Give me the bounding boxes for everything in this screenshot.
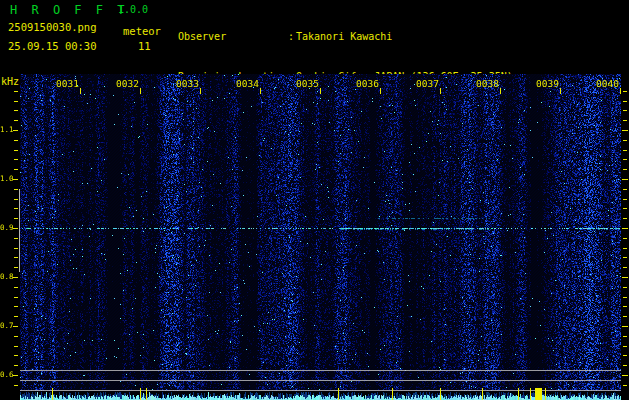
freq-tick-minor xyxy=(623,140,627,141)
freq-tick-label: 0.6 xyxy=(0,371,13,379)
capture-mode: meteor xyxy=(123,25,161,37)
freq-tick-label: 1.1 xyxy=(0,126,13,134)
metadata-row: Observer:Takanori Kawachi xyxy=(178,30,513,43)
freq-tick-minor xyxy=(623,159,627,160)
freq-tick-label: 0.9 xyxy=(0,224,13,232)
freq-tick-minor xyxy=(623,248,627,249)
freq-tick-major xyxy=(622,228,628,229)
freq-tick-minor xyxy=(14,110,18,111)
spectrogram-canvas xyxy=(20,74,621,391)
freq-tick-minor xyxy=(623,218,627,219)
freq-tick-major xyxy=(13,130,18,131)
freq-tick-minor xyxy=(623,297,627,298)
freq-tick-minor xyxy=(623,346,627,347)
freq-tick-minor xyxy=(623,120,627,121)
freq-tick-minor xyxy=(14,189,18,190)
freq-tick-minor xyxy=(623,355,627,356)
echo-count: 11 xyxy=(138,40,151,52)
freq-tick-minor xyxy=(623,208,627,209)
freq-tick-major xyxy=(622,326,628,327)
freq-tick-major xyxy=(622,375,628,376)
freq-tick-label: 0.7 xyxy=(0,322,13,330)
freq-tick-minor xyxy=(14,169,18,170)
freq-tick-minor xyxy=(623,169,627,170)
freq-tick-major xyxy=(13,228,18,229)
freq-tick-minor xyxy=(623,257,627,258)
freq-tick-minor xyxy=(14,248,18,249)
freq-tick-minor xyxy=(14,238,18,239)
freq-tick-minor xyxy=(14,355,18,356)
hrofft-output-window: H R O F F T 1.0.0 2509150030.png meteor … xyxy=(0,0,629,400)
freq-tick-minor xyxy=(623,91,627,92)
freq-tick-minor xyxy=(623,385,627,386)
freq-tick-minor xyxy=(623,110,627,111)
freq-tick-minor xyxy=(14,257,18,258)
freq-tick-major xyxy=(622,179,628,180)
level-strip-canvas xyxy=(20,391,621,400)
freq-tick-minor xyxy=(623,365,627,366)
freq-tick-major xyxy=(13,326,18,327)
freq-tick-minor xyxy=(14,140,18,141)
freq-tick-minor xyxy=(623,306,627,307)
freq-tick-major xyxy=(13,277,18,278)
freq-tick-minor xyxy=(14,346,18,347)
freq-tick-minor xyxy=(14,91,18,92)
freq-tick-minor xyxy=(623,189,627,190)
freq-tick-minor xyxy=(14,159,18,160)
app-title: H R O F F T xyxy=(10,3,128,17)
freq-tick-label: 1.0 xyxy=(0,175,13,183)
freq-tick-minor xyxy=(14,199,18,200)
freq-tick-minor xyxy=(14,208,18,209)
freq-tick-minor xyxy=(14,150,18,151)
freq-tick-minor xyxy=(623,238,627,239)
freq-tick-major xyxy=(622,277,628,278)
freq-tick-minor xyxy=(623,150,627,151)
freq-tick-minor xyxy=(623,101,627,102)
freq-tick-major xyxy=(13,179,18,180)
freq-axis-unit-label: kHz xyxy=(1,76,19,87)
freq-tick-label: 0.8 xyxy=(0,273,13,281)
app-version: 1.0.0 xyxy=(118,4,148,15)
metadata-label: Observer xyxy=(178,30,288,43)
capture-filename: 2509150030.png xyxy=(8,21,97,33)
freq-tick-minor xyxy=(14,218,18,219)
freq-tick-minor xyxy=(14,287,18,288)
freq-tick-minor xyxy=(623,287,627,288)
freq-tick-minor xyxy=(623,267,627,268)
freq-tick-minor xyxy=(623,316,627,317)
freq-tick-minor xyxy=(14,316,18,317)
freq-tick-major xyxy=(622,130,628,131)
freq-tick-minor xyxy=(14,120,18,121)
freq-tick-minor xyxy=(14,385,18,386)
metadata-value: Takanori Kawachi xyxy=(296,31,392,42)
freq-tick-minor xyxy=(623,199,627,200)
freq-tick-major xyxy=(13,375,18,376)
freq-tick-minor xyxy=(14,101,18,102)
freq-tick-minor xyxy=(14,267,18,268)
capture-datetime: 25.09.15 00:30 xyxy=(8,40,97,52)
freq-tick-minor xyxy=(14,336,18,337)
freq-tick-minor xyxy=(14,297,18,298)
freq-tick-minor xyxy=(623,336,627,337)
freq-tick-minor xyxy=(14,365,18,366)
metadata-separator: : xyxy=(288,30,296,43)
freq-tick-minor xyxy=(14,306,18,307)
